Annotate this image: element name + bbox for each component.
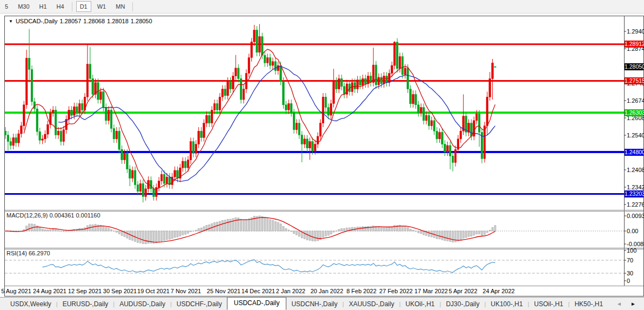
- timeframe-button-H4[interactable]: H4: [53, 1, 68, 12]
- candle-body: [73, 107, 76, 115]
- macd-histogram-bar: [259, 216, 260, 231]
- timeframe-button-M30[interactable]: M30: [14, 1, 33, 12]
- macd-histogram-bar: [192, 231, 194, 232]
- candle-body: [203, 123, 205, 138]
- x-axis-tick: 7 Nov 2021: [171, 288, 201, 294]
- candle-body: [322, 97, 324, 123]
- candle-body: [391, 65, 393, 74]
- timeframe-button-5[interactable]: 5: [1, 1, 12, 12]
- macd-histogram-bar: [494, 226, 496, 231]
- candle-body: [274, 62, 277, 71]
- price-badge-1.26303: 1.26303: [625, 109, 643, 116]
- price-badge-1.23203: 1.23203: [625, 190, 643, 197]
- macd-histogram-bar: [314, 231, 316, 241]
- rsi-name: RSI(14): [6, 250, 27, 256]
- candle-body: [23, 105, 25, 126]
- macd-signal-value: 0.001160: [76, 212, 100, 219]
- y-axis-tick: 1.26740: [627, 97, 644, 104]
- candle-body: [113, 128, 115, 138]
- tab-usdcnh-daily[interactable]: USDCNH-,Daily: [286, 298, 342, 310]
- tab-xauusd-daily[interactable]: XAUUSD-,Daily: [344, 298, 399, 310]
- chart-canvas[interactable]: [0, 0, 644, 310]
- timeframe-button-W1[interactable]: W1: [93, 1, 110, 12]
- candle-body: [473, 121, 475, 136]
- macd-histogram-bar: [190, 231, 192, 232]
- macd-histogram-bar: [195, 230, 197, 231]
- candle-body: [475, 114, 478, 121]
- macd-histogram-bar: [164, 231, 165, 241]
- tab-usoil-h1[interactable]: USOil-,H1: [529, 298, 568, 310]
- candle-body: [206, 115, 208, 123]
- macd-histogram-bar: [323, 231, 324, 238]
- macd-histogram-bar: [410, 229, 411, 231]
- macd-histogram-bar: [50, 229, 51, 231]
- candle-body: [380, 77, 383, 84]
- candle-body: [264, 55, 266, 63]
- macd-histogram-bar: [450, 231, 451, 241]
- candle-body: [251, 42, 253, 57]
- tab-eurusd-daily[interactable]: EURUSD-,Daily: [58, 298, 113, 310]
- candle-body: [18, 134, 20, 143]
- candle-body: [253, 30, 256, 42]
- tab-usdcad-daily[interactable]: USDCAD-,Daily: [227, 297, 287, 310]
- candle-body: [81, 103, 83, 110]
- candle-body: [118, 131, 120, 149]
- macd-histogram-bar: [277, 222, 279, 231]
- x-axis-tick: 5 Apr 2022: [448, 288, 477, 294]
- tab-ukoil-h1[interactable]: UKOil-,H1: [401, 298, 440, 310]
- price-badge-1.28912: 1.28912: [625, 41, 643, 48]
- macd-histogram-bar: [153, 231, 155, 243]
- candle-body: [195, 144, 197, 153]
- macd-histogram-bar: [103, 226, 104, 231]
- candle-body: [240, 78, 242, 100]
- candle-body: [174, 170, 176, 177]
- tab-scroll-right-icon[interactable]: ►: [630, 301, 636, 307]
- macd-histogram-bar: [296, 231, 298, 235]
- toolbar-separator: [72, 2, 72, 11]
- timeframe-button-MN[interactable]: MN: [112, 1, 129, 12]
- tab-hk50-h1[interactable]: HK50-,H1: [569, 298, 608, 310]
- macd-histogram-bar: [135, 231, 136, 241]
- candle-body: [36, 109, 38, 131]
- macd-histogram-bar: [156, 231, 157, 243]
- tab-scroll-left-icon[interactable]: ◄: [616, 301, 622, 307]
- candle-body: [447, 146, 449, 152]
- x-axis-tick: 2 Jan 2022: [276, 288, 305, 294]
- macd-histogram-bar: [187, 231, 189, 233]
- tab-dj30-daily[interactable]: DJ30-,Daily: [441, 298, 484, 310]
- macd-histogram-bar: [394, 225, 395, 231]
- candle-body: [116, 131, 118, 139]
- rsi-axis-tick: 70: [627, 257, 633, 263]
- candle-body: [134, 170, 136, 185]
- candle-body: [182, 161, 184, 168]
- symbol-dropdown-icon[interactable]: ▼: [9, 19, 13, 24]
- tab-usdchf-daily[interactable]: USDCHF-,Daily: [172, 298, 227, 310]
- candle-body: [428, 115, 430, 126]
- candle-body: [415, 94, 417, 104]
- timeframe-toolbar: 5M30H1H4D1W1MN: [0, 0, 644, 14]
- candle-body: [452, 156, 454, 162]
- macd-histogram-bar: [227, 219, 229, 231]
- candle-body: [359, 80, 361, 85]
- macd-histogram-bar: [47, 230, 49, 231]
- macd-histogram-bar: [492, 227, 493, 231]
- macd-histogram-bar: [166, 231, 167, 240]
- macd-histogram-bar: [113, 231, 115, 232]
- macd-histogram-bar: [479, 231, 480, 234]
- tab-audusd-daily[interactable]: AUDUSD-,Daily: [115, 298, 170, 310]
- macd-histogram-bar: [420, 231, 422, 234]
- timeframe-button-D1[interactable]: D1: [76, 1, 91, 12]
- x-axis-tick: 27 Feb 2022: [379, 288, 413, 294]
- macd-histogram-bar: [60, 231, 62, 232]
- tab-uk100-h1[interactable]: UK100-,H1: [486, 298, 527, 310]
- macd-histogram-bar: [58, 230, 59, 231]
- macd-histogram-bar: [65, 231, 67, 232]
- tab-usdx-weekly[interactable]: USDX,Weekly: [5, 298, 56, 310]
- x-axis-tick: 12 Sep 2021: [68, 288, 102, 294]
- timeframe-button-H1[interactable]: H1: [36, 1, 51, 12]
- candle-body: [92, 78, 94, 94]
- candle-body: [266, 57, 269, 63]
- mt4-chart-screen: 5M30H1H4D1W1MN ▼USDCAD-,Daily1.280571.28…: [0, 0, 644, 310]
- x-axis-tick: 17 Mar 2022: [414, 288, 448, 294]
- macd-histogram-bar: [327, 231, 329, 235]
